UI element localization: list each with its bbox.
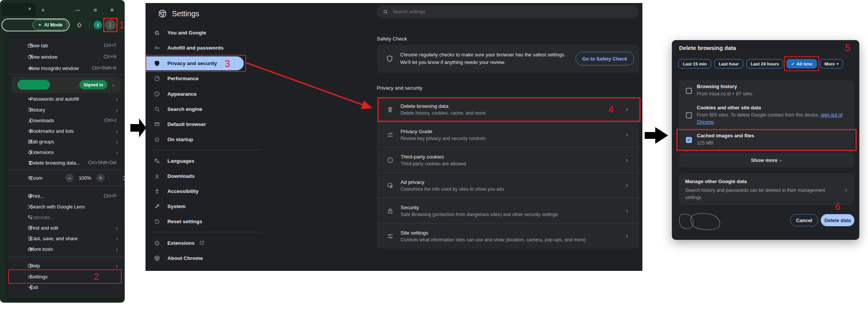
cancel-button[interactable]: Cancel	[790, 214, 818, 226]
more-dropdown-chip[interactable]: More ▾	[820, 59, 843, 68]
step-number-3: 3	[225, 59, 230, 68]
settings-row-third-party-cookies[interactable]: Third-party cookiesThird-party cookies a…	[377, 147, 639, 173]
sidebar-divider	[152, 150, 260, 150]
menu-item-find-and-edit[interactable]: Find and edit›	[8, 222, 124, 233]
translate-icon	[17, 215, 23, 220]
chevron-right-icon: ›	[845, 186, 847, 194]
cached-images-checkbox-checked[interactable]: ✓	[686, 137, 692, 143]
time-range-chip-last-24-hours[interactable]: Last 24 hours	[746, 59, 784, 68]
row-cookies[interactable]: Cookies and other site data From 555 sit…	[679, 101, 854, 129]
find-icon	[17, 225, 23, 231]
browser-tab[interactable]: ✕	[2, 3, 36, 16]
redacted-scribble	[677, 208, 726, 232]
gear-icon	[17, 274, 23, 280]
menu-item-settings[interactable]: Settings 2	[8, 271, 124, 282]
cookies-checkbox[interactable]	[686, 112, 692, 118]
zoom-icon	[17, 175, 23, 181]
sidebar-item-reset-settings[interactable]: Reset settings	[145, 215, 255, 228]
sidebar-item-accessibility[interactable]: Accessibility	[145, 184, 255, 198]
manage-title: Manage other Google data	[685, 179, 747, 184]
sidebar-item-you-and-google[interactable]: GYou and Google	[145, 26, 255, 39]
menu-item-new-incognito[interactable]: New Incognito windowCtrl+Shift+N	[8, 63, 124, 73]
sidebar-item-downloads[interactable]: Downloads	[145, 169, 255, 183]
sidebar-item-system[interactable]: System	[145, 199, 255, 213]
browsing-history-checkbox[interactable]	[686, 88, 692, 94]
zoom-in-button[interactable]: +	[96, 174, 105, 182]
menu-item-help[interactable]: Help›	[8, 260, 124, 271]
menu-divider	[8, 75, 124, 75]
new-tab-plus-icon[interactable]: +	[41, 7, 45, 13]
menu-profile-row[interactable]: Signed in ›	[11, 76, 120, 93]
menu-item-history[interactable]: History›	[8, 104, 124, 115]
chevron-right-icon: ›	[626, 156, 628, 164]
help-icon	[17, 263, 23, 269]
menu-item-print[interactable]: Print...Ctrl+P	[8, 191, 124, 201]
sidebar-item-default-browser[interactable]: Default browser	[145, 117, 255, 131]
ai-mode-button[interactable]: AI Mode	[32, 20, 67, 30]
cast-icon	[17, 236, 23, 241]
sidebar-item-languages[interactable]: Languages	[145, 154, 255, 168]
settings-row-ad-privacy[interactable]: Ad privacyCustomize the info used by sit…	[377, 173, 639, 198]
menu-item-exit[interactable]: Exit	[8, 282, 124, 292]
sidebar-item-on-startup[interactable]: On startup	[145, 132, 255, 146]
fullscreen-icon[interactable]	[113, 175, 118, 180]
menu-item-new-window[interactable]: New windowCtrl+N	[8, 51, 124, 62]
tab-close-icon[interactable]: ✕	[28, 7, 31, 11]
menu-item-extensions[interactable]: Extensions›	[8, 147, 124, 157]
settings-row-security[interactable]: SecuritySafe Browsing (protection from d…	[377, 198, 639, 223]
profile-avatar[interactable]: I	[94, 21, 102, 29]
menu-item-downloads[interactable]: DownloadsCtrl+J	[8, 115, 124, 126]
menu-item-zoom: Zoom – 100% +	[8, 171, 124, 184]
step-number-1: 1	[119, 20, 124, 30]
menu-item-more-tools[interactable]: More tools›	[8, 244, 124, 254]
manage-other-google-data-card[interactable]: Manage other Google data Search history …	[679, 173, 854, 205]
chevron-right-icon: ›	[116, 246, 118, 252]
briefcase-icon	[17, 246, 23, 252]
settings-search-input[interactable]	[392, 9, 507, 15]
menu-item-cast-save-share[interactable]: Cast, save, and share›	[8, 233, 124, 244]
window-close-icon[interactable]: ✕	[110, 8, 114, 12]
step-number-4: 4	[608, 105, 614, 114]
window-restore-icon[interactable]	[93, 8, 97, 12]
row-browsing-history[interactable]: Browsing historyFrom irasa.co.id + 87 si…	[679, 80, 854, 101]
menu-item-google-lens[interactable]: Search with Google Lens	[8, 201, 124, 212]
signed-in-badge: Signed in	[79, 80, 107, 89]
settings-search-bar[interactable]	[377, 5, 639, 18]
sidebar-item-extensions[interactable]: Extensions	[145, 236, 255, 250]
show-more-button[interactable]: Show more ›	[679, 153, 854, 168]
chevron-right-icon: ›	[116, 225, 118, 231]
zoom-level: 100%	[77, 175, 93, 181]
ai-mode-label: AI Mode	[44, 22, 63, 28]
incognito-icon	[17, 65, 23, 71]
delete-data-button[interactable]: Delete data	[821, 214, 854, 226]
settings-row-privacy-guide[interactable]: Privacy GuideReview key privacy and secu…	[377, 122, 639, 147]
chevron-right-icon: ›	[116, 236, 118, 241]
sidebar-item-privacy-selected[interactable]: Privacy and security 3	[145, 56, 244, 70]
translate-icon	[154, 158, 160, 164]
go-to-safety-check-button[interactable]: Go to Safety Check	[576, 52, 634, 65]
extensions-puzzle-icon[interactable]	[76, 22, 82, 28]
menu-item-passwords[interactable]: Passwords and autofill›	[8, 93, 124, 104]
browser-menu-button[interactable]: ⋮	[105, 20, 116, 30]
sidebar-item-about-chrome[interactable]: About Chrome	[145, 251, 255, 265]
time-range-chip-last-15-min[interactable]: Last 15 min	[678, 59, 711, 68]
key-icon	[17, 96, 23, 102]
red-arrow-3-to-4	[238, 55, 382, 115]
settings-row-site-settings[interactable]: Site settingsControls what information s…	[377, 223, 639, 249]
window-minimize-icon[interactable]: —	[75, 8, 80, 12]
settings-row-delete-browsing-data[interactable]: Delete browsing dataDelete history, cook…	[377, 97, 639, 122]
time-range-chip-all-time-selected[interactable]: ✓ All time	[786, 59, 817, 68]
menu-item-bookmarks[interactable]: Bookmarks and lists›	[8, 126, 124, 136]
menu-item-new-tab[interactable]: New tabCtrl+T	[8, 40, 124, 51]
sidebar-item-autofill[interactable]: Autofill and passwords	[145, 41, 255, 54]
time-range-chip-last-hour[interactable]: Last hour	[714, 59, 743, 68]
chevron-right-icon: ›	[626, 106, 628, 113]
row-cached-images[interactable]: ✓ Cached images and files125 MB	[679, 129, 854, 151]
chevron-right-icon: ›	[116, 107, 118, 113]
zoom-out-button[interactable]: –	[65, 174, 74, 182]
chevron-right-icon: ›	[116, 139, 118, 145]
puzzle-icon	[154, 240, 160, 246]
menu-item-delete-browsing-data[interactable]: Delete browsing data...Ctrl+Shift+Del	[8, 157, 124, 168]
sidebar-divider	[152, 232, 260, 232]
menu-item-tab-groups[interactable]: Tab groups›	[8, 136, 124, 147]
